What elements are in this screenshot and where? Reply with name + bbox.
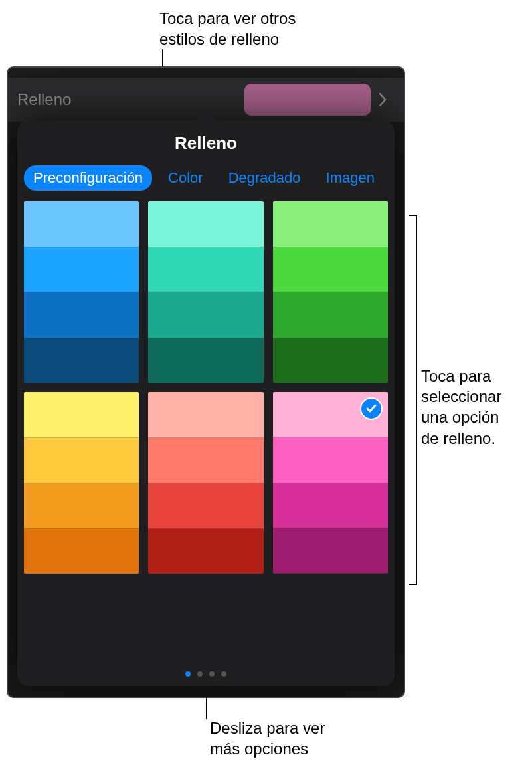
color-band xyxy=(24,292,139,338)
annotation-right: Toca para seleccionar una opción de rell… xyxy=(421,366,527,449)
color-band xyxy=(24,247,139,293)
color-band xyxy=(24,483,139,529)
annotation-bottom: Desliza para ver más opciones xyxy=(210,718,383,759)
color-band xyxy=(148,201,263,247)
color-band xyxy=(148,292,263,338)
preset-tile-green[interactable] xyxy=(273,201,388,383)
bracket-grid xyxy=(409,215,417,585)
page-dot[interactable] xyxy=(197,671,203,677)
color-band xyxy=(273,292,388,338)
color-band xyxy=(24,392,139,438)
chevron-right-icon[interactable] xyxy=(371,92,395,107)
fill-row-swatch[interactable] xyxy=(244,84,371,116)
tab-gradient[interactable]: Degradado xyxy=(219,165,310,191)
page-dot[interactable] xyxy=(221,671,226,677)
annotation-top: Toca para ver otros estilos de relleno xyxy=(159,8,372,49)
tab-color[interactable]: Color xyxy=(159,165,213,191)
color-band xyxy=(273,528,388,574)
color-band xyxy=(148,247,263,293)
preset-tile-yellow[interactable] xyxy=(24,392,139,574)
preset-tile-red[interactable] xyxy=(148,392,263,574)
color-band xyxy=(273,437,388,483)
color-band xyxy=(148,529,263,574)
preset-tile-blue[interactable] xyxy=(24,201,139,383)
color-band xyxy=(24,438,139,484)
fill-tabbar: Preconfiguración Color Degradado Imagen xyxy=(17,163,395,201)
preset-tile-pink[interactable] xyxy=(273,392,388,574)
page-dots[interactable] xyxy=(17,671,395,677)
popover-title: Relleno xyxy=(17,121,395,163)
color-band xyxy=(24,338,139,383)
preset-tile-teal[interactable] xyxy=(148,201,263,383)
tab-image[interactable]: Imagen xyxy=(317,165,384,191)
color-band xyxy=(148,338,263,383)
color-band xyxy=(273,247,388,293)
color-band xyxy=(273,483,388,528)
fill-row-label: Relleno xyxy=(17,90,244,109)
device-frame: Relleno Relleno Preconfiguración Color D… xyxy=(7,66,405,698)
fill-popover: Relleno Preconfiguración Color Degradado… xyxy=(17,121,395,686)
color-band xyxy=(24,529,139,574)
color-band xyxy=(148,483,263,529)
page-dot[interactable] xyxy=(209,671,215,677)
color-band xyxy=(273,201,388,247)
tab-preset[interactable]: Preconfiguración xyxy=(24,165,152,191)
checkmark-icon xyxy=(360,397,383,420)
color-band xyxy=(273,338,388,383)
color-band xyxy=(148,392,263,438)
page-dot[interactable] xyxy=(185,671,191,677)
color-band xyxy=(24,201,139,247)
color-band xyxy=(148,438,263,484)
preset-grid xyxy=(17,201,395,574)
